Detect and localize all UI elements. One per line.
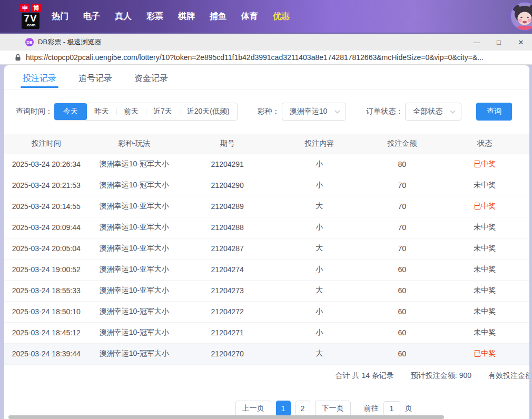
bet-time-cell: 2025-03-24 20:05:04 — [4, 238, 88, 259]
page-button-2[interactable]: 2 — [295, 401, 310, 416]
status-cell: 未中奖 — [440, 322, 529, 343]
bet-content-cell: 小 — [274, 322, 363, 343]
tab-chase-records[interactable]: 追号记录 — [78, 73, 112, 89]
records-panel: 投注记录 追号记录 资金记录 查询时间： 今天 昨天 前天 近7天 近20天(低… — [4, 65, 529, 419]
pagination: 上一页 1 2 下一页 前往 页 — [61, 401, 529, 416]
bet-amount-cell: 60 — [364, 280, 440, 301]
status-filter-label: 订单状态： — [366, 107, 403, 116]
records-tabs: 投注记录 追号记录 资金记录 — [4, 65, 529, 90]
expected-amount-text: 预计投注金额: 900 — [411, 371, 471, 381]
time-option-20days[interactable]: 近20天(低频) — [180, 103, 237, 120]
browser-tab-icon: DB — [25, 38, 34, 46]
tab-fund-records[interactable]: 资金记录 — [134, 73, 168, 89]
table-row[interactable]: 2025-03-24 18:55:33 澳洲幸运10-亚军大小 21204273… — [4, 280, 529, 301]
table-row[interactable]: 2025-03-24 18:50:10 澳洲幸运10-冠军大小 21204272… — [4, 301, 529, 322]
status-select[interactable]: 全部状态 — [405, 103, 461, 121]
bet-content-cell: 大 — [274, 238, 363, 259]
url-text[interactable]: https://ctopcp02pcali.uengi5e.com/lotter… — [26, 53, 484, 62]
table-row[interactable]: 2025-03-24 18:45:12 澳洲幸运10-冠军大小 21204271… — [4, 322, 529, 343]
tab-bet-records[interactable]: 投注记录 — [23, 73, 56, 89]
bet-amount-cell: 70 — [364, 217, 440, 238]
time-filter-label: 查询时间： — [16, 107, 53, 116]
col-status: 状态 — [440, 134, 529, 154]
logo-badges: 申 博 — [20, 4, 41, 12]
issue-cell: 21204291 — [180, 154, 274, 175]
logo-main-text: 7V — [24, 13, 37, 23]
lottery-select[interactable]: 澳洲幸运10 — [282, 103, 347, 121]
nav-item-live[interactable]: 真人 — [115, 11, 132, 22]
prev-page-button[interactable]: 上一页 — [235, 401, 271, 416]
minimize-icon[interactable]: — — [472, 39, 481, 46]
time-option-yesterday[interactable]: 昨天 — [87, 103, 116, 120]
logo-badge-bo: 博 — [31, 4, 41, 12]
status-cell: 已中奖 — [440, 343, 529, 364]
maximize-icon[interactable]: □ — [494, 39, 504, 46]
browser-urlbar[interactable]: https://ctopcp02pcali.uengi5e.com/lotter… — [0, 51, 532, 65]
bet-content-cell: 大 — [274, 343, 363, 364]
table-row[interactable]: 2025-03-24 20:05:04 澳洲幸运10-亚军大小 21204287… — [4, 238, 529, 259]
table-header-row: 投注时间 彩种-玩法 期号 投注内容 投注金额 状态 — [4, 134, 529, 154]
play-type-cell: 澳洲幸运10-冠军大小 — [88, 301, 180, 322]
table-row[interactable]: 2025-03-24 20:21:53 澳洲幸运10-冠军大小 21204290… — [4, 175, 529, 196]
close-icon[interactable]: ✕ — [516, 39, 526, 46]
lottery-select-value: 澳洲幸运10 — [290, 107, 328, 116]
bet-amount-cell: 70 — [364, 196, 440, 217]
nav-item-sports[interactable]: 体育 — [241, 11, 258, 22]
bet-records-table: 投注时间 彩种-玩法 期号 投注内容 投注金额 状态 2025-03-24 20… — [4, 134, 529, 365]
status-cell: 未中奖 — [440, 175, 529, 196]
browser-titlebar: DB DB彩票 - 极速浏览器 — □ ✕ — [0, 33, 532, 51]
issue-cell: 21204289 — [180, 196, 274, 217]
status-cell: 未中奖 — [440, 259, 529, 280]
time-option-today[interactable]: 今天 — [54, 103, 87, 120]
bet-amount-cell: 70 — [364, 175, 440, 196]
chevron-down-icon — [450, 110, 456, 114]
time-option-7days[interactable]: 近7天 — [146, 103, 180, 120]
nav-item-hot[interactable]: 热门 — [52, 11, 68, 22]
nav-item-fishing[interactable]: 捕鱼 — [210, 11, 226, 22]
goto-page-input[interactable] — [383, 401, 400, 416]
bet-time-cell: 2025-03-24 18:39:44 — [4, 343, 88, 364]
page-button-1[interactable]: 1 — [276, 401, 291, 416]
bet-amount-cell: 60 — [364, 301, 440, 322]
play-type-cell: 澳洲幸运10-冠军大小 — [88, 175, 180, 196]
nav-item-chess[interactable]: 棋牌 — [178, 11, 195, 22]
table-row[interactable]: 2025-03-24 20:09:44 澳洲幸运10-亚军大小 21204288… — [4, 217, 529, 238]
col-bet-amount: 投注金额 — [364, 134, 440, 154]
main-nav: 热门 电子 真人 彩票 棋牌 捕鱼 体育 优惠 — [52, 11, 290, 22]
bet-content-cell: 小 — [274, 301, 363, 322]
nav-item-slots[interactable]: 电子 — [83, 11, 100, 22]
site-logo[interactable]: 申 博 7V .com — [20, 4, 41, 29]
time-option-2days-ago[interactable]: 前天 — [116, 103, 146, 120]
table-row[interactable]: 2025-03-24 19:00:52 澳洲幸运10-亚军大小 21204274… — [4, 259, 529, 280]
nav-item-promo[interactable]: 优惠 — [273, 11, 290, 22]
table-row[interactable]: 2025-03-24 20:14:55 澳洲幸运10-亚军大小 21204289… — [4, 196, 529, 217]
bet-content-cell: 小 — [274, 259, 363, 280]
search-button[interactable]: 查询 — [476, 103, 512, 121]
play-type-cell: 澳洲幸运10-亚军大小 — [88, 196, 180, 217]
valid-amount-text: 有效投注金额 — [488, 371, 529, 381]
issue-cell: 21204271 — [180, 322, 274, 343]
col-bet-content: 投注内容 — [274, 134, 363, 154]
avatar-graphic — [511, 3, 532, 30]
bet-time-cell: 2025-03-24 18:45:12 — [4, 322, 88, 343]
logo-badge-shen: 申 — [20, 4, 30, 12]
issue-cell: 21204270 — [180, 343, 274, 364]
play-type-cell: 澳洲幸运10-亚军大小 — [88, 217, 180, 238]
nav-item-lottery[interactable]: 彩票 — [146, 11, 163, 22]
bet-amount-cell: 60 — [364, 259, 440, 280]
page-unit-label: 页 — [405, 404, 412, 413]
browser-viewport: 投注记录 追号记录 资金记录 查询时间： 今天 昨天 前天 近7天 近20天(低… — [0, 65, 532, 419]
status-select-value: 全部状态 — [413, 107, 442, 116]
issue-cell: 21204288 — [180, 217, 274, 238]
status-cell: 未中奖 — [440, 301, 529, 322]
user-avatar[interactable] — [510, 2, 532, 31]
play-type-cell: 澳洲幸运10-冠军大小 — [88, 322, 180, 343]
bet-content-cell: 大 — [274, 196, 363, 217]
table-row[interactable]: 2025-03-24 20:26:34 澳洲幸运10-冠军大小 21204291… — [4, 154, 529, 175]
bet-amount-cell: 80 — [364, 154, 440, 175]
col-bet-time: 投注时间 — [4, 134, 88, 154]
horizontal-scrollbar[interactable] — [8, 415, 444, 419]
table-row[interactable]: 2025-03-24 18:39:44 澳洲幸运10-冠军大小 21204270… — [4, 343, 529, 364]
next-page-button[interactable]: 下一页 — [315, 401, 351, 416]
bet-time-cell: 2025-03-24 20:21:53 — [4, 175, 88, 196]
